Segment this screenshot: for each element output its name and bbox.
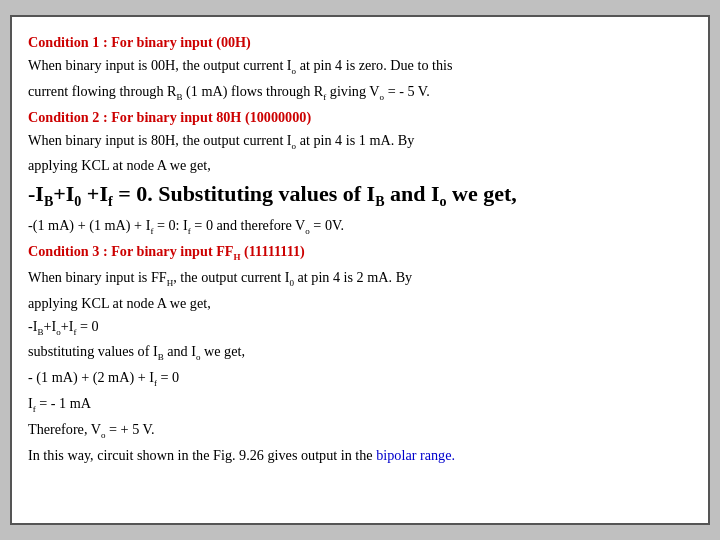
large-equation: -IB+I0 +If = 0. Substituting values of I… [28,177,692,213]
conclusion-line: In this way, circuit shown in the Fig. 9… [28,444,692,466]
condition1-heading: Condition 1 : For binary input (00H) [28,31,692,53]
condition2-heading: Condition 2 : For binary input 80H (1000… [28,106,692,128]
condition1-line1: When binary input is 00H, the output cur… [28,54,692,79]
condition2-line1: When binary input is 80H, the output cur… [28,129,692,154]
condition3-line1: When binary input is FFH, the output cur… [28,266,692,291]
main-content-box: Condition 1 : For binary input (00H) Whe… [10,15,710,525]
condition2-calc: -(1 mA) + (1 mA) + If = 0: If = 0 and th… [28,214,692,239]
condition2-line2: applying KCL at node A we get, [28,154,692,176]
condition3-heading: Condition 3 : For binary input FFH (1111… [28,240,692,265]
condition3-calc1: - (1 mA) + (2 mA) + If = 0 [28,366,692,391]
condition3-line2: applying KCL at node A we get, [28,292,692,314]
condition3-substituting: substituting values of IB and Io we get, [28,340,692,365]
condition3-if: If = - 1 mA [28,392,692,417]
condition1-line2: current flowing through RB (1 mA) flows … [28,80,692,105]
condition3-eq: -IB+Io+If = 0 [28,315,692,340]
condition3-therefore: Therefore, Vo = + 5 V. [28,418,692,443]
